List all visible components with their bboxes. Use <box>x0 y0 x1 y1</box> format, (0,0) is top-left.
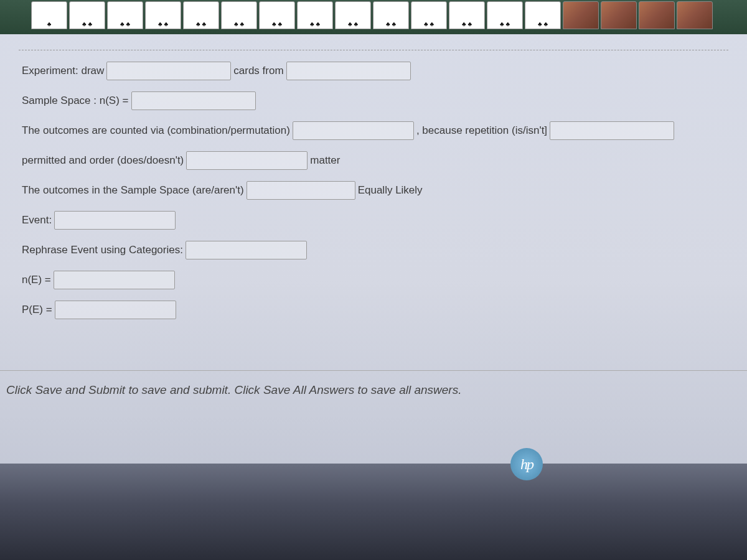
playing-card: ♣ ♣ <box>335 1 371 29</box>
instructions-text: Click Save and Submit to save and submit… <box>0 370 747 397</box>
bottom-bar <box>0 464 747 560</box>
playing-card: ♣ ♣ <box>525 1 561 29</box>
label-permitted-order: permitted and order (does/doesn't) <box>22 154 184 167</box>
playing-card: ♣ ♣ <box>297 1 333 29</box>
line-n-e: n(E) = <box>22 271 725 289</box>
playing-card: ♣ ♣ <box>373 1 409 29</box>
playing-card-face <box>639 1 675 29</box>
input-repetition[interactable] <box>550 121 674 140</box>
playing-card: ♣ ♣ <box>107 1 143 29</box>
label-cards-from: cards from <box>233 65 283 77</box>
line-outcomes-counted: The outcomes are counted via (combinatio… <box>22 121 725 140</box>
label-sample-space-equally: The outcomes in the Sample Space (are/ar… <box>22 184 244 197</box>
input-p-e[interactable] <box>55 301 176 319</box>
playing-card-face <box>601 1 637 29</box>
playing-card: ♣ ♣ <box>69 1 105 29</box>
label-sample-space: Sample Space : n(S) = <box>22 95 129 107</box>
input-n-e[interactable] <box>54 271 175 289</box>
playing-card: ♣ <box>31 1 67 29</box>
label-because-repetition: , because repetition (is/isn't] <box>416 124 547 137</box>
input-draw-count[interactable] <box>106 62 231 80</box>
input-equally-likely[interactable] <box>247 181 355 200</box>
label-event: Event: <box>22 214 52 226</box>
playing-card: ♣ ♣ <box>221 1 257 29</box>
line-sample-space: Sample Space : n(S) = <box>22 91 725 110</box>
label-n-e: n(E) = <box>22 274 51 286</box>
label-p-e: P(E) = <box>22 304 52 316</box>
label-experiment: Experiment: draw <box>22 65 104 77</box>
playing-card: ♣ ♣ <box>411 1 447 29</box>
form-area: Experiment: draw cards from Sample Space… <box>0 62 747 319</box>
input-event[interactable] <box>54 211 176 230</box>
input-order[interactable] <box>186 151 308 170</box>
playing-card: ♣ ♣ <box>145 1 181 29</box>
line-p-e: P(E) = <box>22 301 725 319</box>
line-event: Event: <box>22 211 725 230</box>
playing-card: ♣ ♣ <box>183 1 219 29</box>
input-rephrase[interactable] <box>186 241 307 259</box>
line-experiment: Experiment: draw cards from <box>22 62 725 80</box>
playing-card-face <box>677 1 713 29</box>
label-outcomes-counted: The outcomes are counted via (combinatio… <box>22 124 290 137</box>
playing-card-face <box>563 1 599 29</box>
label-equally-likely: Equally Likely <box>358 184 423 197</box>
line-equally-likely: The outcomes in the Sample Space (are/ar… <box>22 181 725 200</box>
hp-logo-icon: hp <box>510 448 543 480</box>
label-rephrase: Rephrase Event using Categories: <box>22 244 183 256</box>
cards-row: ♣ ♣ ♣ ♣ ♣ ♣ ♣ ♣ ♣ ♣ ♣ ♣ ♣ ♣ ♣ ♣ ♣ ♣ ♣ ♣ … <box>0 0 747 34</box>
divider <box>19 50 728 50</box>
playing-card: ♣ ♣ <box>487 1 523 29</box>
playing-card: ♣ ♣ <box>259 1 295 29</box>
playing-card: ♣ ♣ <box>449 1 485 29</box>
line-permitted-order: permitted and order (does/doesn't) matte… <box>22 151 725 170</box>
input-combination-permutation[interactable] <box>293 121 414 140</box>
line-rephrase: Rephrase Event using Categories: <box>22 241 725 259</box>
label-matter: matter <box>310 154 340 167</box>
input-sample-space[interactable] <box>131 91 256 110</box>
input-cards-from[interactable] <box>286 62 411 80</box>
